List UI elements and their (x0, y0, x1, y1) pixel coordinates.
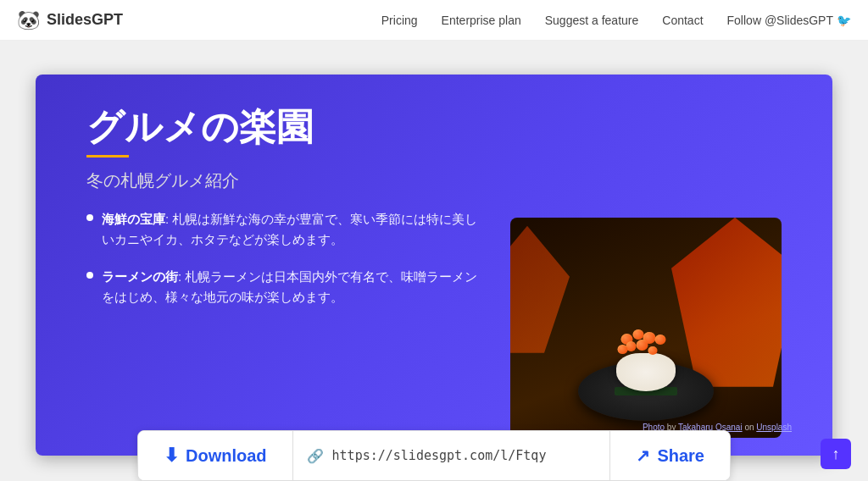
brand-logo[interactable]: 🐼 SlidesGPT (17, 9, 123, 31)
brand-name: SlidesGPT (47, 11, 123, 29)
url-text: https://slidesgpt.com/l/Ftqy (332, 448, 547, 463)
ikura-cluster (615, 329, 678, 363)
navbar: 🐼 SlidesGPT Pricing Enterprise plan Sugg… (0, 0, 868, 41)
bg-leaf-left (510, 226, 570, 353)
bullet-text-1: 海鮮の宝庫: 札幌は新鮮な海の幸が豊富で、寒い季節には特に美しいカニやイカ、ホタ… (102, 209, 485, 250)
slide-text: 海鮮の宝庫: 札幌は新鮮な海の幸が豊富で、寒い季節には特に美しいカニやイカ、ホタ… (86, 209, 485, 439)
slide-image-container: Photo by Takaharu Osanai on Unsplash (510, 209, 798, 439)
nav-links: Pricing Enterprise plan Suggest a featur… (381, 14, 851, 27)
bullet-list: 海鮮の宝庫: 札幌は新鮮な海の幸が豊富で、寒い季節には特に美しいカニやイカ、ホタ… (86, 209, 485, 307)
slide-content: グルメの楽園 冬の札幌グルメ紹介 海鮮の宝庫: 札幌は新鮮な海の幸が豊富で、寒い… (36, 75, 832, 456)
bullet-dot (86, 214, 93, 221)
bullet-label-1: 海鮮の宝庫 (102, 212, 165, 226)
share-label: Share (657, 446, 704, 466)
logo-icon: 🐼 (17, 9, 40, 31)
nav-enterprise[interactable]: Enterprise plan (442, 14, 521, 27)
slide-container: グルメの楽園 冬の札幌グルメ紹介 海鮮の宝庫: 札幌は新鮮な海の幸が豊富で、寒い… (36, 75, 832, 456)
nav-contact[interactable]: Contact (662, 14, 703, 27)
share-icon: ↗ (636, 445, 650, 466)
ikura-8 (648, 346, 658, 355)
share-button[interactable]: ↗ Share (609, 431, 730, 480)
twitter-icon: 🐦 (837, 14, 851, 27)
title-underline (86, 155, 129, 158)
nav-pricing[interactable]: Pricing (381, 14, 418, 27)
download-icon: ⬇ (164, 445, 179, 467)
slide-subtitle: 冬の札幌グルメ紹介 (86, 169, 798, 192)
scroll-top-button[interactable]: ↑ (821, 439, 851, 469)
url-area: 🔗 https://slidesgpt.com/l/Ftqy (293, 448, 610, 464)
link-icon: 🔗 (307, 448, 324, 464)
bg-leaf-right (671, 218, 782, 387)
follow-label: Follow @SlidesGPT (727, 14, 833, 27)
main-wrapper: グルメの楽園 冬の札幌グルメ紹介 海鮮の宝庫: 札幌は新鮮な海の幸が豊富で、寒い… (0, 41, 868, 481)
sushi-image-canvas (510, 218, 782, 438)
slide-body: 海鮮の宝庫: 札幌は新鮮な海の幸が豊富で、寒い季節には特に美しいカニやイカ、ホタ… (86, 209, 798, 439)
bullet-label-2: ラーメンの街 (102, 269, 178, 284)
bullet-text-2: ラーメンの街: 札幌ラーメンは日本国内外で有名で、味噌ラーメンをはじめ、様々な地… (102, 267, 485, 307)
bullet-dot-2 (86, 272, 93, 279)
ikura-5 (637, 340, 648, 351)
bullet-item-1: 海鮮の宝庫: 札幌は新鮮な海の幸が豊富で、寒い季節には特に美しいカニやイカ、ホタ… (86, 209, 485, 250)
slide-title: グルメの楽園 (86, 105, 798, 150)
nav-suggest[interactable]: Suggest a feature (545, 14, 639, 27)
unsplash-link[interactable]: Unsplash (756, 423, 792, 432)
download-label: Download (186, 446, 267, 466)
photo-on: on (743, 423, 757, 432)
ikura-6 (655, 334, 666, 345)
bottom-bar: ⬇ Download 🔗 https://slidesgpt.com/l/Ftq… (137, 430, 731, 481)
bullet-item-2: ラーメンの街: 札幌ラーメンは日本国内外で有名で、味噌ラーメンをはじめ、様々な地… (86, 267, 485, 307)
ikura-7 (618, 345, 628, 354)
nav-follow[interactable]: Follow @SlidesGPT 🐦 (727, 14, 851, 27)
slide-image (510, 218, 782, 438)
download-button[interactable]: ⬇ Download (138, 431, 293, 480)
